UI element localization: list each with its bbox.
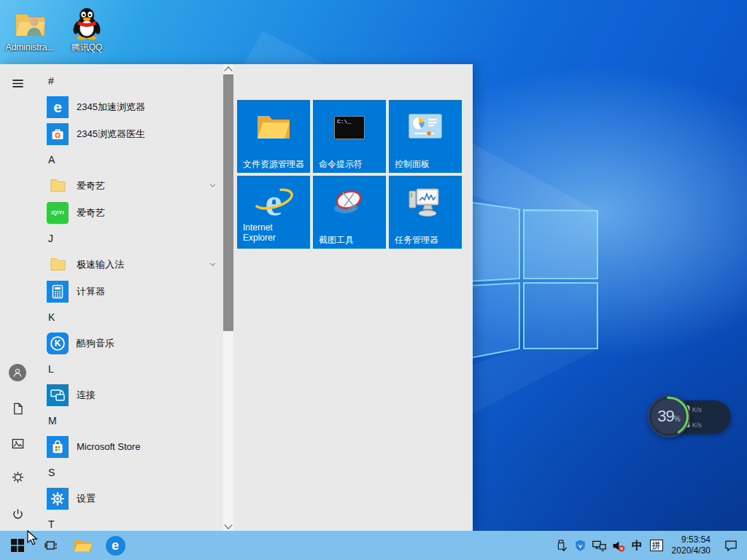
- app-item-calculator[interactable]: 计算器: [41, 278, 219, 305]
- tile-task-manager[interactable]: 任务管理器: [389, 176, 462, 249]
- net-speed-widget[interactable]: 1.9K/s 9.8K/s 39%: [648, 395, 741, 439]
- network-icon[interactable]: [591, 531, 608, 560]
- section-header[interactable]: A: [41, 147, 219, 172]
- hamburger-icon: [11, 77, 25, 90]
- tile-file-explorer[interactable]: 文件资源管理器: [237, 100, 310, 173]
- power-icon: [11, 508, 25, 521]
- taskbar-file-explorer-button[interactable]: [67, 531, 99, 560]
- notification-bubble-icon: [724, 538, 738, 553]
- section-header[interactable]: #: [41, 69, 219, 93]
- app-item-settings[interactable]: 设置: [41, 485, 219, 512]
- calculator-icon: [47, 281, 69, 303]
- volume-muted-icon[interactable]: [610, 531, 627, 560]
- power-button[interactable]: [9, 505, 26, 523]
- section-header[interactable]: L: [41, 357, 219, 381]
- scrollbar-thumb[interactable]: [223, 74, 233, 331]
- scroll-down-icon[interactable]: [223, 521, 233, 531]
- documents-button[interactable]: [9, 400, 26, 417]
- document-icon: [11, 402, 25, 416]
- clock-time: 9:53:54: [672, 534, 711, 545]
- user-icon: [11, 366, 24, 379]
- store-icon: [47, 436, 69, 458]
- app-item-kugou[interactable]: K 酷狗音乐: [41, 330, 219, 357]
- iqiyi-icon: iQIYI: [47, 202, 69, 224]
- connect-icon: [47, 384, 69, 406]
- tile-internet-explorer[interactable]: e Internet Explorer: [237, 176, 310, 249]
- browser-e-icon: e: [47, 96, 69, 118]
- app-item-connect[interactable]: 连接: [41, 381, 219, 408]
- tile-control-panel[interactable]: 控制面板: [389, 100, 462, 173]
- tile-command-prompt[interactable]: C:\_ 命令提示符: [313, 100, 386, 173]
- mouse-cursor: [26, 530, 41, 546]
- section-header[interactable]: S: [41, 460, 219, 485]
- desktop-icon-label: 腾讯QQ: [58, 42, 115, 52]
- pictures-icon: [11, 437, 25, 451]
- taskbar-2345-browser-button[interactable]: e: [99, 531, 131, 560]
- ime-language-indicator[interactable]: 中: [629, 531, 646, 560]
- net-speed-dial[interactable]: 39%: [648, 395, 690, 438]
- user-folder-icon: [12, 6, 47, 41]
- clock-date: 2020/4/30: [672, 545, 711, 556]
- snipping-tool-icon: [329, 186, 370, 221]
- app-item-2345-browser[interactable]: e 2345加速浏览器: [41, 93, 219, 120]
- command-prompt-icon: C:\_: [334, 116, 365, 139]
- desktop-icon-qq[interactable]: 腾讯QQ: [58, 6, 115, 52]
- pictures-button[interactable]: [9, 435, 26, 452]
- first-aid-icon: [47, 123, 69, 145]
- user-account-button[interactable]: [9, 364, 26, 381]
- expand-menu-button[interactable]: [9, 74, 26, 92]
- internet-explorer-icon: e: [253, 183, 294, 224]
- usb-device-icon[interactable]: [553, 531, 570, 560]
- app-item-iqiyi[interactable]: iQIYI 爱奇艺: [41, 199, 219, 226]
- task-view-icon: [44, 538, 58, 553]
- folder-icon: [47, 175, 69, 197]
- tile-snipping-tool[interactable]: 截图工具: [313, 176, 386, 249]
- start-menu-rail: [0, 64, 35, 531]
- app-item-microsoft-store[interactable]: Microsoft Store: [41, 433, 219, 460]
- app-folder-iqiyi[interactable]: 爱奇艺: [41, 172, 219, 199]
- start-menu-app-list: # e 2345加速浏览器 2345浏览器医生 A: [41, 64, 219, 531]
- file-explorer-icon: [256, 112, 291, 144]
- desktop-icon-administrator[interactable]: Administra...: [1, 6, 58, 52]
- section-header[interactable]: K: [41, 305, 219, 330]
- windows-start-icon: [11, 539, 24, 552]
- action-center-button[interactable]: [722, 531, 740, 560]
- system-tray: 中 拼 9:53:54 2020/4/30: [552, 531, 747, 560]
- start-menu: # e 2345加速浏览器 2345浏览器医生 A: [0, 64, 473, 531]
- settings-icon: [47, 488, 69, 510]
- app-folder-jisu-ime[interactable]: 极速输入法: [41, 251, 219, 278]
- app-list-scrollbar[interactable]: [223, 64, 233, 531]
- folder-icon: [47, 254, 69, 276]
- app-item-2345-browser-doctor[interactable]: 2345浏览器医生: [41, 120, 219, 147]
- control-panel-icon: [409, 114, 442, 141]
- taskbar: e: [0, 531, 747, 560]
- start-menu-tiles: 文件资源管理器 C:\_ 命令提示符: [237, 100, 462, 249]
- desktop-screen: Administra... 腾讯QQ: [0, 0, 747, 560]
- ime-mode-indicator[interactable]: 拼: [648, 531, 665, 560]
- security-shield-icon[interactable]: [572, 531, 589, 560]
- settings-button[interactable]: [9, 468, 26, 486]
- desktop-icon-label: Administra...: [1, 42, 58, 52]
- qq-penguin-icon: [69, 6, 104, 41]
- gear-icon: [11, 470, 25, 484]
- progress-arc: [648, 395, 690, 438]
- file-explorer-icon: [74, 537, 93, 553]
- chevron-down-icon[interactable]: [208, 181, 217, 190]
- scroll-up-icon[interactable]: [223, 64, 233, 74]
- taskbar-clock[interactable]: 9:53:54 2020/4/30: [672, 534, 711, 556]
- section-header[interactable]: M: [41, 408, 219, 433]
- browser-e-icon: e: [106, 536, 125, 556]
- kugou-icon: K: [47, 332, 69, 354]
- section-header[interactable]: J: [41, 226, 219, 251]
- task-manager-icon: [405, 185, 446, 222]
- chevron-down-icon[interactable]: [208, 260, 217, 269]
